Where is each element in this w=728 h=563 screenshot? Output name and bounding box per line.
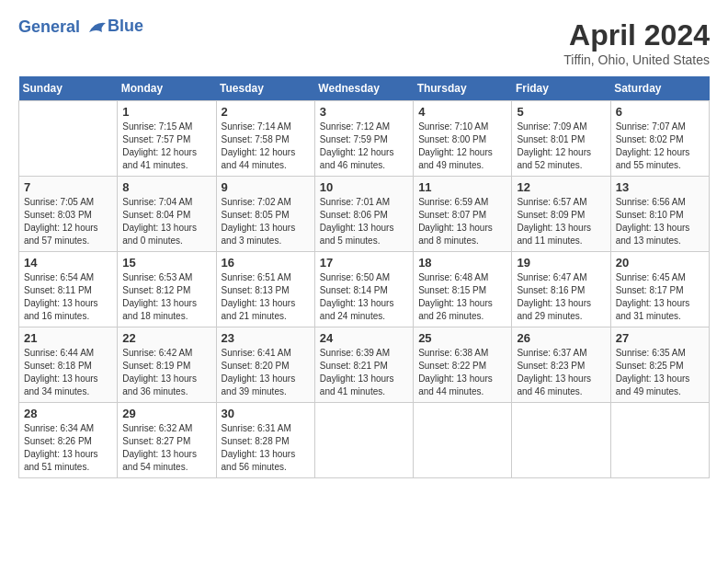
day-number: 29 bbox=[122, 407, 210, 420]
calendar-cell: 28Sunrise: 6:34 AM Sunset: 8:26 PM Dayli… bbox=[19, 403, 118, 478]
day-info: Sunrise: 6:31 AM Sunset: 8:28 PM Dayligh… bbox=[222, 422, 310, 474]
day-info: Sunrise: 6:32 AM Sunset: 8:27 PM Dayligh… bbox=[122, 422, 210, 474]
calendar-cell bbox=[414, 403, 512, 478]
title-block: April 2024 Tiffin, Ohio, United States bbox=[563, 18, 710, 67]
day-number: 22 bbox=[122, 331, 210, 345]
calendar-cell bbox=[610, 403, 709, 478]
day-number: 11 bbox=[418, 180, 506, 194]
day-info: Sunrise: 7:07 AM Sunset: 8:02 PM Dayligh… bbox=[616, 121, 704, 172]
calendar-cell: 26Sunrise: 6:37 AM Sunset: 8:23 PM Dayli… bbox=[512, 327, 610, 403]
day-header-monday: Monday bbox=[118, 76, 216, 101]
calendar-cell bbox=[19, 101, 118, 177]
calendar-cell: 19Sunrise: 6:47 AM Sunset: 8:16 PM Dayli… bbox=[512, 252, 610, 327]
day-info: Sunrise: 6:54 AM Sunset: 8:11 PM Dayligh… bbox=[24, 271, 112, 323]
logo: General Blue bbox=[18, 18, 143, 37]
calendar-cell: 15Sunrise: 6:53 AM Sunset: 8:12 PM Dayli… bbox=[118, 252, 216, 327]
day-info: Sunrise: 6:56 AM Sunset: 8:10 PM Dayligh… bbox=[616, 196, 704, 247]
day-info: Sunrise: 6:41 AM Sunset: 8:20 PM Dayligh… bbox=[222, 347, 310, 398]
day-info: Sunrise: 6:51 AM Sunset: 8:13 PM Dayligh… bbox=[222, 271, 310, 323]
day-header-wednesday: Wednesday bbox=[314, 76, 413, 101]
logo-text: General bbox=[18, 18, 108, 37]
calendar-cell: 1Sunrise: 7:15 AM Sunset: 7:57 PM Daylig… bbox=[118, 101, 216, 177]
day-info: Sunrise: 6:35 AM Sunset: 8:25 PM Dayligh… bbox=[616, 347, 704, 398]
day-header-tuesday: Tuesday bbox=[216, 76, 314, 101]
calendar-cell: 13Sunrise: 6:56 AM Sunset: 8:10 PM Dayli… bbox=[610, 177, 709, 252]
calendar-cell: 21Sunrise: 6:44 AM Sunset: 8:18 PM Dayli… bbox=[19, 327, 118, 403]
calendar-cell: 4Sunrise: 7:10 AM Sunset: 8:00 PM Daylig… bbox=[414, 101, 512, 177]
day-info: Sunrise: 6:34 AM Sunset: 8:26 PM Dayligh… bbox=[24, 422, 112, 474]
calendar-cell: 30Sunrise: 6:31 AM Sunset: 8:28 PM Dayli… bbox=[216, 403, 314, 478]
calendar-cell: 9Sunrise: 7:02 AM Sunset: 8:05 PM Daylig… bbox=[216, 177, 314, 252]
calendar-cell: 5Sunrise: 7:09 AM Sunset: 8:01 PM Daylig… bbox=[512, 101, 610, 177]
day-info: Sunrise: 7:14 AM Sunset: 7:58 PM Dayligh… bbox=[222, 121, 310, 172]
day-number: 7 bbox=[24, 180, 112, 194]
day-info: Sunrise: 6:47 AM Sunset: 8:16 PM Dayligh… bbox=[517, 271, 605, 323]
calendar-cell: 3Sunrise: 7:12 AM Sunset: 7:59 PM Daylig… bbox=[314, 101, 413, 177]
day-number: 17 bbox=[320, 256, 408, 270]
day-number: 12 bbox=[517, 180, 605, 194]
day-number: 6 bbox=[616, 105, 704, 119]
day-info: Sunrise: 7:09 AM Sunset: 8:01 PM Dayligh… bbox=[517, 121, 605, 172]
week-row-2: 7Sunrise: 7:05 AM Sunset: 8:03 PM Daylig… bbox=[19, 177, 710, 252]
location: Tiffin, Ohio, United States bbox=[563, 52, 710, 67]
week-row-1: 1Sunrise: 7:15 AM Sunset: 7:57 PM Daylig… bbox=[19, 101, 710, 177]
day-number: 1 bbox=[122, 105, 210, 119]
day-info: Sunrise: 6:59 AM Sunset: 8:07 PM Dayligh… bbox=[418, 196, 506, 247]
day-info: Sunrise: 6:38 AM Sunset: 8:22 PM Dayligh… bbox=[418, 347, 506, 398]
day-number: 14 bbox=[24, 256, 112, 270]
day-number: 2 bbox=[222, 105, 310, 119]
calendar-cell bbox=[314, 403, 413, 478]
day-number: 5 bbox=[517, 105, 605, 119]
header-row: SundayMondayTuesdayWednesdayThursdayFrid… bbox=[19, 76, 710, 101]
day-number: 25 bbox=[418, 331, 506, 345]
day-header-friday: Friday bbox=[512, 76, 610, 101]
calendar-cell: 10Sunrise: 7:01 AM Sunset: 8:06 PM Dayli… bbox=[314, 177, 413, 252]
day-info: Sunrise: 7:15 AM Sunset: 7:57 PM Dayligh… bbox=[122, 121, 210, 172]
calendar-cell: 23Sunrise: 6:41 AM Sunset: 8:20 PM Dayli… bbox=[216, 327, 314, 403]
day-number: 30 bbox=[222, 407, 310, 420]
day-info: Sunrise: 6:57 AM Sunset: 8:09 PM Dayligh… bbox=[517, 196, 605, 247]
day-info: Sunrise: 6:37 AM Sunset: 8:23 PM Dayligh… bbox=[517, 347, 605, 398]
day-number: 18 bbox=[418, 256, 506, 270]
month-title: April 2024 bbox=[563, 18, 710, 52]
calendar-table: SundayMondayTuesdayWednesdayThursdayFrid… bbox=[18, 76, 710, 478]
day-header-sunday: Sunday bbox=[19, 76, 118, 101]
week-row-3: 14Sunrise: 6:54 AM Sunset: 8:11 PM Dayli… bbox=[19, 252, 710, 327]
calendar-cell: 14Sunrise: 6:54 AM Sunset: 8:11 PM Dayli… bbox=[19, 252, 118, 327]
day-number: 20 bbox=[616, 256, 704, 270]
day-number: 13 bbox=[616, 180, 704, 194]
calendar-cell: 16Sunrise: 6:51 AM Sunset: 8:13 PM Dayli… bbox=[216, 252, 314, 327]
logo-general: General bbox=[18, 17, 80, 36]
day-info: Sunrise: 6:50 AM Sunset: 8:14 PM Dayligh… bbox=[320, 271, 408, 323]
calendar-cell: 22Sunrise: 6:42 AM Sunset: 8:19 PM Dayli… bbox=[118, 327, 216, 403]
calendar-cell: 11Sunrise: 6:59 AM Sunset: 8:07 PM Dayli… bbox=[414, 177, 512, 252]
calendar-cell: 12Sunrise: 6:57 AM Sunset: 8:09 PM Dayli… bbox=[512, 177, 610, 252]
calendar-cell: 29Sunrise: 6:32 AM Sunset: 8:27 PM Dayli… bbox=[118, 403, 216, 478]
day-info: Sunrise: 7:12 AM Sunset: 7:59 PM Dayligh… bbox=[320, 121, 408, 172]
day-number: 15 bbox=[122, 256, 210, 270]
day-info: Sunrise: 6:45 AM Sunset: 8:17 PM Dayligh… bbox=[616, 271, 704, 323]
day-number: 27 bbox=[616, 331, 704, 345]
day-number: 23 bbox=[222, 331, 310, 345]
day-header-thursday: Thursday bbox=[414, 76, 512, 101]
day-number: 28 bbox=[24, 407, 112, 420]
day-info: Sunrise: 7:05 AM Sunset: 8:03 PM Dayligh… bbox=[24, 196, 112, 247]
calendar-cell: 8Sunrise: 7:04 AM Sunset: 8:04 PM Daylig… bbox=[118, 177, 216, 252]
day-info: Sunrise: 7:10 AM Sunset: 8:00 PM Dayligh… bbox=[418, 121, 506, 172]
logo-blue-text: Blue bbox=[108, 17, 143, 35]
calendar-cell: 25Sunrise: 6:38 AM Sunset: 8:22 PM Dayli… bbox=[414, 327, 512, 403]
day-info: Sunrise: 6:53 AM Sunset: 8:12 PM Dayligh… bbox=[122, 271, 210, 323]
calendar-cell: 2Sunrise: 7:14 AM Sunset: 7:58 PM Daylig… bbox=[216, 101, 314, 177]
week-row-5: 28Sunrise: 6:34 AM Sunset: 8:26 PM Dayli… bbox=[19, 403, 710, 478]
day-number: 4 bbox=[418, 105, 506, 119]
calendar-cell: 27Sunrise: 6:35 AM Sunset: 8:25 PM Dayli… bbox=[610, 327, 709, 403]
page-header: General Blue April 2024 Tiffin, Ohio, Un… bbox=[18, 18, 710, 67]
day-info: Sunrise: 6:44 AM Sunset: 8:18 PM Dayligh… bbox=[24, 347, 112, 398]
day-number: 3 bbox=[320, 105, 408, 119]
day-number: 16 bbox=[222, 256, 310, 270]
week-row-4: 21Sunrise: 6:44 AM Sunset: 8:18 PM Dayli… bbox=[19, 327, 710, 403]
day-info: Sunrise: 7:01 AM Sunset: 8:06 PM Dayligh… bbox=[320, 196, 408, 247]
day-number: 9 bbox=[222, 180, 310, 194]
calendar-cell: 18Sunrise: 6:48 AM Sunset: 8:15 PM Dayli… bbox=[414, 252, 512, 327]
day-header-saturday: Saturday bbox=[610, 76, 709, 101]
